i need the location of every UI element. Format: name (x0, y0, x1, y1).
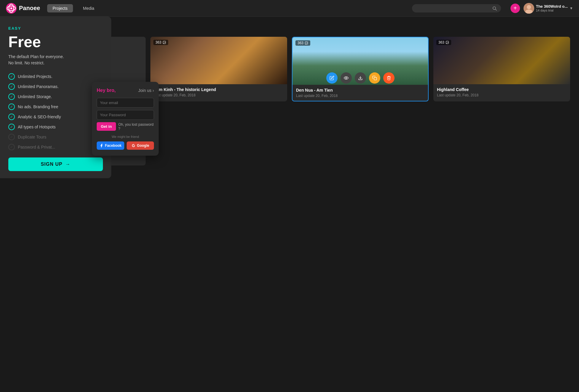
login-popup: Hey bro, Join us › Get in Oh, you lost p… (92, 82, 159, 156)
pricing-feature-item: ✓ Unlimited Panoramas. (8, 83, 103, 90)
user-avatar (524, 3, 534, 14)
image-count-icon (163, 41, 166, 44)
svg-point-23 (164, 42, 164, 42)
search-bar (412, 4, 501, 12)
download-card-button[interactable] (355, 72, 366, 84)
check-icon: ✓ (8, 73, 15, 80)
pricing-feature-item-disabled: ✓ Password & Privat... (8, 144, 103, 150)
login-greeting: Hey bro, (97, 88, 116, 93)
project-card-count: 363 (436, 40, 451, 45)
svg-point-30 (447, 42, 447, 42)
pricing-feature-item: ✓ All types of Hotspots (8, 124, 103, 130)
logo-text: Panoee (19, 5, 40, 12)
panoee-logo-icon (6, 3, 17, 14)
edit-card-button[interactable] (326, 72, 338, 84)
copy-card-button[interactable] (369, 72, 380, 84)
project-card-info: Highland Coffee Last update 20, Feb, 201… (433, 84, 570, 100)
project-card[interactable]: 363 Lam Kinh - The historic Legend Last … (150, 37, 287, 101)
image-count-icon (446, 41, 449, 44)
nav-right-area: + The 360Wolrd o... 14 days trial ▼ (510, 3, 573, 14)
eye-icon (344, 76, 349, 80)
user-trial: 14 days trial (536, 9, 568, 12)
project-card-date: Last update 20, Feb, 2018 (296, 94, 424, 98)
signup-button[interactable]: SIGN UP → (8, 157, 103, 171)
pricing-tier-label: EASY (8, 26, 103, 31)
project-card-active[interactable]: 363 Den Nu (292, 37, 429, 101)
trash-icon (386, 76, 391, 80)
svg-point-25 (306, 42, 306, 43)
image-count-icon (305, 41, 308, 45)
svg-point-4 (493, 7, 495, 9)
main-content: All Published Draft (0, 17, 579, 171)
check-icon: ✓ (8, 124, 15, 130)
search-input[interactable] (416, 6, 490, 11)
project-card-thumbnail (433, 37, 570, 84)
check-icon: ✓ (8, 103, 15, 110)
pricing-features-list: ✓ Unlimited Projects. ✓ Unlimited Panora… (8, 73, 103, 150)
project-card-thumbnail (150, 37, 287, 84)
join-link[interactable]: Join us › (138, 88, 154, 93)
google-login-button[interactable]: Google (127, 141, 154, 150)
logo-area[interactable]: Panoee (6, 3, 40, 14)
project-card-date: Last update 20, Feb, 2018 (154, 93, 284, 97)
social-login-buttons: Facebook Google (97, 141, 154, 150)
get-in-button[interactable]: Get in (97, 122, 116, 131)
svg-rect-28 (374, 77, 377, 80)
copy-icon (372, 76, 377, 80)
pricing-feature-item: ✓ No ads. Branding free (8, 103, 103, 110)
email-input[interactable] (97, 98, 154, 108)
top-navigation: Panoee Projects Media + The 360Wolrd o..… (0, 0, 579, 17)
project-card-info: Den Nua - Am Tien Last update 20, Feb, 2… (292, 85, 428, 101)
facebook-login-button[interactable]: Facebook (97, 141, 124, 150)
project-card-title: Highland Coffee (437, 87, 567, 92)
user-name: The 360Wolrd o... (536, 4, 568, 9)
pricing-feature-item: ✓ Analytic & SEO-friendly (8, 114, 103, 120)
projects-nav-button[interactable]: Projects (47, 4, 73, 12)
delete-card-button[interactable] (383, 72, 395, 84)
svg-point-7 (527, 5, 531, 9)
check-icon: ✓ (8, 83, 15, 90)
pricing-feature-item: ✓ Unlimited Projects. (8, 73, 103, 80)
search-icon (492, 6, 497, 11)
social-divider: We might be friend (97, 135, 154, 138)
login-header: Hey bro, Join us › (97, 88, 154, 93)
user-info: The 360Wolrd o... 14 days trial (536, 4, 568, 12)
project-card-count: 363 (153, 40, 168, 45)
add-button[interactable]: + (510, 4, 520, 13)
media-nav-button[interactable]: Media (78, 4, 100, 12)
check-icon-partial: ✓ (8, 134, 15, 140)
project-card-date: Last update 20, Feb, 2018 (437, 93, 567, 97)
pricing-plan-name: Free (8, 33, 103, 51)
project-card-count: 363 (295, 40, 310, 46)
user-area[interactable]: The 360Wolrd o... 14 days trial ▼ (524, 3, 573, 14)
check-icon: ✓ (8, 93, 15, 100)
pricing-feature-item: ✓ Unlimited Storage. (8, 93, 103, 100)
user-dropdown-chevron: ▼ (570, 6, 573, 10)
project-card-title: Den Nua - Am Tien (296, 88, 424, 93)
login-action-row: Get in Oh, you lost password ? (97, 122, 154, 131)
google-icon (131, 144, 136, 148)
download-icon (358, 76, 363, 80)
card-actions (292, 69, 428, 87)
project-card-title: Lam Kinh - The historic Legend (154, 87, 284, 92)
check-icon-partial: ✓ (8, 144, 15, 150)
project-card-info: Lam Kinh - The historic Legend Last upda… (150, 84, 287, 100)
pricing-description: The default Plan for everyone. No limit.… (8, 54, 103, 66)
svg-point-3 (10, 7, 12, 9)
edit-icon (330, 76, 334, 80)
password-input[interactable] (97, 110, 154, 120)
view-card-button[interactable] (341, 72, 352, 84)
project-card[interactable]: 363 Highland Coffee Last update 20, Feb,… (433, 37, 570, 101)
svg-point-26 (346, 77, 347, 79)
facebook-icon (99, 144, 104, 148)
svg-line-5 (495, 9, 497, 10)
avatar-image (524, 3, 534, 14)
lost-password-link[interactable]: Oh, you lost password ? (118, 122, 154, 131)
check-icon: ✓ (8, 114, 15, 120)
pricing-feature-item-disabled: ✓ Duplicate Tours (8, 134, 103, 140)
